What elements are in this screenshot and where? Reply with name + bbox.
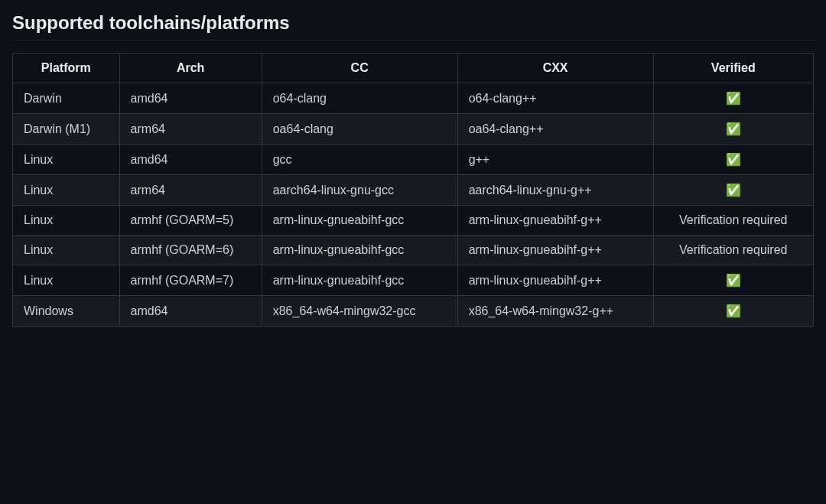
cell-platform: Linux	[13, 206, 120, 236]
cell-cc: x86_64-w64-mingw32-gcc	[262, 296, 457, 327]
cell-platform: Linux	[13, 236, 120, 265]
cell-cxx: x86_64-w64-mingw32-g++	[457, 296, 653, 327]
cell-cc: arm-linux-gnueabihf-gcc	[262, 265, 457, 296]
cell-arch: arm64	[119, 114, 262, 145]
header-cc: CC	[262, 54, 457, 83]
cell-verified: ✅	[653, 265, 813, 296]
table-row: Linux amd64 gcc g++ ✅	[13, 145, 814, 175]
cell-cc: arm-linux-gnueabihf-gcc	[262, 236, 457, 265]
cell-verified: ✅	[653, 145, 813, 175]
cell-verified: ✅	[653, 296, 813, 327]
cell-cxx: aarch64-linux-gnu-g++	[457, 175, 653, 206]
cell-verified: ✅	[653, 114, 813, 145]
cell-verified: ✅	[653, 83, 813, 114]
cell-cc: aarch64-linux-gnu-gcc	[262, 175, 457, 206]
cell-platform: Darwin	[13, 83, 120, 114]
cell-arch: amd64	[119, 83, 262, 114]
cell-cc: oa64-clang	[262, 114, 457, 145]
page-title: Supported toolchains/platforms	[12, 12, 814, 41]
cell-cxx: g++	[457, 145, 653, 175]
table-header-row: Platform Arch CC CXX Verified	[13, 54, 814, 83]
cell-arch: amd64	[119, 296, 262, 327]
cell-platform: Linux	[13, 265, 120, 296]
table-row: Linux armhf (GOARM=6) arm-linux-gnueabih…	[13, 236, 814, 265]
table-row: Linux armhf (GOARM=5) arm-linux-gnueabih…	[13, 206, 814, 236]
cell-platform: Darwin (M1)	[13, 114, 120, 145]
cell-arch: armhf (GOARM=5)	[119, 206, 262, 236]
toolchain-table: Platform Arch CC CXX Verified Darwin amd…	[12, 53, 814, 327]
cell-verified: Verification required	[653, 206, 813, 236]
cell-arch: amd64	[119, 145, 262, 175]
header-verified: Verified	[653, 54, 813, 83]
table-row: Linux arm64 aarch64-linux-gnu-gcc aarch6…	[13, 175, 814, 206]
cell-arch: armhf (GOARM=7)	[119, 265, 262, 296]
cell-cc: gcc	[262, 145, 457, 175]
cell-cxx: arm-linux-gnueabihf-g++	[457, 206, 653, 236]
cell-cxx: o64-clang++	[457, 83, 653, 114]
cell-cxx: arm-linux-gnueabihf-g++	[457, 265, 653, 296]
cell-platform: Windows	[13, 296, 120, 327]
cell-platform: Linux	[13, 145, 120, 175]
table-row: Darwin (M1) arm64 oa64-clang oa64-clang+…	[13, 114, 814, 145]
cell-arch: arm64	[119, 175, 262, 206]
header-platform: Platform	[13, 54, 120, 83]
cell-verified: ✅	[653, 175, 813, 206]
table-row: Darwin amd64 o64-clang o64-clang++ ✅	[13, 83, 814, 114]
table-row: Linux armhf (GOARM=7) arm-linux-gnueabih…	[13, 265, 814, 296]
cell-platform: Linux	[13, 175, 120, 206]
header-arch: Arch	[119, 54, 262, 83]
header-cxx: CXX	[457, 54, 653, 83]
cell-cc: o64-clang	[262, 83, 457, 114]
cell-cxx: oa64-clang++	[457, 114, 653, 145]
cell-cxx: arm-linux-gnueabihf-g++	[457, 236, 653, 265]
cell-cc: arm-linux-gnueabihf-gcc	[262, 206, 457, 236]
cell-arch: armhf (GOARM=6)	[119, 236, 262, 265]
cell-verified: Verification required	[653, 236, 813, 265]
table-row: Windows amd64 x86_64-w64-mingw32-gcc x86…	[13, 296, 814, 327]
